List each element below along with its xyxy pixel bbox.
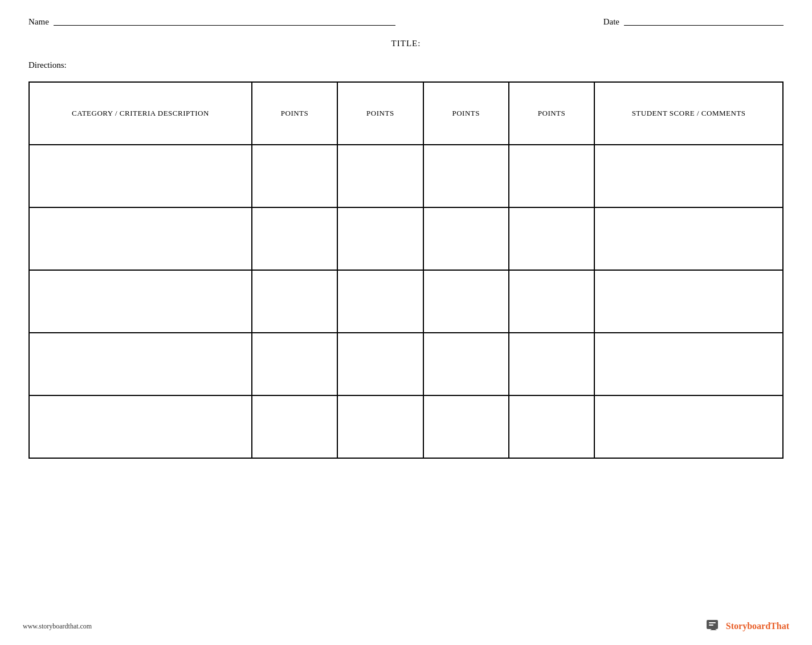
footer: www.storyboardthat.com StoryboardThat (0, 618, 812, 635)
col-header-points1: POINTS (252, 82, 337, 145)
table-cell-r1-c0 (29, 207, 252, 270)
table-cell-r1-c4 (509, 207, 594, 270)
table-cell-r4-c1 (252, 395, 337, 458)
footer-logo: StoryboardThat (705, 618, 789, 635)
table-row (29, 395, 783, 458)
date-underline (624, 25, 784, 26)
svg-rect-1 (709, 622, 716, 623)
name-label: Name (28, 17, 49, 27)
svg-rect-2 (709, 624, 713, 626)
directions-label: Directions: (28, 60, 67, 70)
table-cell-r4-c4 (509, 395, 594, 458)
col-header-category: CATEGORY / CRITERIA DESCRIPTION (29, 82, 252, 145)
table-cell-r4-c3 (423, 395, 509, 458)
table-row (29, 207, 783, 270)
table-cell-r2-c1 (252, 270, 337, 333)
table-cell-r0-c4 (509, 145, 594, 207)
title-row: TITLE: (23, 38, 789, 48)
table-cell-r4-c5 (594, 395, 783, 458)
table-cell-r0-c5 (594, 145, 783, 207)
table-cell-r4-c2 (337, 395, 423, 458)
col-header-points3: POINTS (423, 82, 509, 145)
table-cell-r0-c2 (337, 145, 423, 207)
table-row (29, 145, 783, 207)
table-cell-r4-c0 (29, 395, 252, 458)
table-cell-r2-c0 (29, 270, 252, 333)
date-field: Date (603, 17, 784, 27)
table-cell-r0-c1 (252, 145, 337, 207)
table-cell-r3-c0 (29, 333, 252, 395)
storyboardthat-logo-icon (705, 618, 723, 635)
table-cell-r1-c5 (594, 207, 783, 270)
table-cell-r2-c5 (594, 270, 783, 333)
rubric-table: CATEGORY / CRITERIA DESCRIPTION POINTS P… (28, 81, 784, 459)
table-cell-r3-c2 (337, 333, 423, 395)
table-cell-r3-c4 (509, 333, 594, 395)
table-cell-r2-c2 (337, 270, 423, 333)
name-field: Name (28, 17, 395, 27)
title-label: TITLE: (391, 39, 421, 48)
col-header-points2: POINTS (337, 82, 423, 145)
table-header-row: CATEGORY / CRITERIA DESCRIPTION POINTS P… (29, 82, 783, 145)
table-cell-r1-c1 (252, 207, 337, 270)
col-header-student-score: STUDENT SCORE / COMMENTS (594, 82, 783, 145)
footer-logo-text: StoryboardThat (726, 621, 789, 631)
name-underline (54, 25, 395, 26)
table-cell-r0-c3 (423, 145, 509, 207)
table-row (29, 270, 783, 333)
table-cell-r2-c3 (423, 270, 509, 333)
table-cell-r1-c2 (337, 207, 423, 270)
date-label: Date (603, 17, 619, 27)
table-cell-r3-c5 (594, 333, 783, 395)
footer-url: www.storyboardthat.com (23, 622, 92, 631)
directions-row: Directions: (23, 60, 789, 70)
table-cell-r2-c4 (509, 270, 594, 333)
header-row: Name Date (23, 17, 789, 27)
table-cell-r3-c1 (252, 333, 337, 395)
table-cell-r0-c0 (29, 145, 252, 207)
table-row (29, 333, 783, 395)
col-header-points4: POINTS (509, 82, 594, 145)
table-cell-r1-c3 (423, 207, 509, 270)
page: Name Date TITLE: Directions: CATEGORY / … (0, 0, 812, 645)
table-cell-r3-c3 (423, 333, 509, 395)
